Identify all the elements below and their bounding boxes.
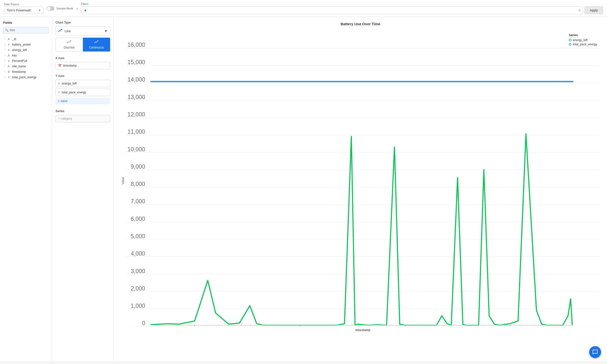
sample-mode-section: Sample Mode	[47, 6, 73, 11]
svg-text:13,000: 13,000	[127, 94, 145, 100]
search-icon: 🔍	[5, 28, 9, 32]
chevron-down-icon: ▼	[38, 9, 41, 12]
y-field-name: energy_left	[62, 82, 76, 85]
x-axis-field[interactable]: 📅 timestamp	[55, 62, 110, 69]
x-axis-value: timestamp	[63, 64, 77, 67]
top-bar: Data Source Tom's Powerwall ▼ Sample Mod…	[0, 0, 607, 17]
svg-text:12,000: 12,000	[127, 111, 145, 118]
y-axis-section: Y Axis #energy_left#total_pack_energy + …	[55, 74, 110, 104]
svg-text:5,000: 5,000	[131, 233, 145, 239]
datasource-value: Tom's Powerwall	[7, 8, 30, 12]
series-section: Series + category	[55, 109, 110, 122]
filter-funnel-icon: ▼	[84, 8, 87, 12]
field-type-icon: #	[7, 49, 11, 52]
fields-title: Fields	[3, 21, 49, 25]
field-name: energy_left	[12, 48, 27, 52]
field-type-icon: #	[7, 43, 11, 46]
chart-type-section: Chart Type Line ▼	[55, 21, 110, 52]
apply-button[interactable]: Apply	[584, 6, 603, 14]
forward-arrow-icon: »	[76, 6, 78, 10]
field-item[interactable]: ⠿ A site_name	[3, 64, 49, 69]
svg-text:3,000: 3,000	[131, 268, 145, 274]
svg-text:1,000: 1,000	[131, 303, 145, 309]
filters-section: Filters ▼ ✕ Apply	[81, 2, 603, 14]
legend-dot-blue	[569, 43, 571, 46]
svg-text:4,000: 4,000	[131, 250, 145, 257]
chat-button[interactable]	[589, 346, 601, 358]
svg-text:7,000: 7,000	[131, 198, 145, 205]
legend-item-total-pack: total_pack_energy	[569, 43, 597, 46]
chart-type-label: Chart Type	[55, 21, 110, 24]
drag-handle-icon: ⠿	[4, 60, 5, 62]
line-chart-icon	[58, 28, 63, 34]
drag-handle-icon: ⠿	[4, 38, 5, 40]
chart-legend: Series energy_left total_pack_energy	[569, 33, 597, 47]
clear-filter-icon[interactable]: ✕	[578, 8, 581, 12]
x-axis-section: X Axis 📅 timestamp	[55, 56, 110, 69]
svg-text:0: 0	[142, 320, 145, 326]
field-item[interactable]: ⠿ A key	[3, 53, 49, 58]
discrete-label: Discrete	[64, 46, 75, 49]
series-label: Series	[55, 109, 110, 113]
field-item[interactable]: ⠿ # total_pack_energy	[3, 75, 49, 80]
continuous-label: Continuous	[89, 46, 104, 49]
field-item[interactable]: ⠿ 🗓 timestamp	[3, 69, 49, 75]
drag-handle-icon: ⠿	[4, 76, 5, 78]
y-axis-fields: #energy_left#total_pack_energy	[55, 80, 110, 96]
add-value-button[interactable]: + value	[55, 98, 110, 104]
field-name: key	[12, 54, 17, 57]
field-type-icon: #	[7, 59, 11, 62]
fields-panel: Fields 🔍 ⠿ A _id ⠿ # battery_power ⠿ # e…	[0, 17, 52, 361]
field-name: PercentFull	[12, 59, 27, 63]
config-panel: Chart Type Line ▼	[52, 17, 114, 361]
data-source-section: Data Source Tom's Powerwall ▼	[4, 3, 44, 14]
field-filter-input[interactable]	[3, 27, 49, 33]
x-axis-label: X Axis	[55, 56, 110, 60]
y-axis-field[interactable]: #energy_left	[55, 80, 110, 87]
chart-svg-wrap: 0 1,000 2,000 3,000 4,000 5,000 6,000 7,…	[126, 31, 600, 326]
chart-svg: 0 1,000 2,000 3,000 4,000 5,000 6,000 7,…	[126, 31, 600, 326]
chart-container: Value 0 1,000 2,000	[121, 31, 600, 184]
svg-text:14,000: 14,000	[127, 76, 145, 83]
field-name: timestamp	[12, 70, 26, 74]
legend-title: Series	[569, 33, 597, 37]
y-axis-field[interactable]: #total_pack_energy	[55, 89, 110, 96]
continuous-button[interactable]: Continuous	[83, 38, 110, 52]
filters-input[interactable]	[81, 6, 583, 14]
filters-input-row: ▼ ✕ Apply	[81, 6, 603, 14]
drag-handle-icon: ⠿	[4, 71, 5, 73]
add-value-label: + value	[58, 99, 68, 103]
field-item[interactable]: ⠿ # energy_left	[3, 47, 49, 53]
legend-label-total-pack: total_pack_energy	[573, 43, 597, 46]
sample-mode-label: Sample Mode	[56, 7, 73, 10]
field-name: battery_power	[12, 43, 31, 46]
field-type-icon: #	[7, 76, 11, 79]
svg-text:15,000: 15,000	[127, 59, 145, 65]
discrete-continuous-toggle: Discrete Continuous	[55, 38, 110, 52]
legend-dot-green	[569, 39, 571, 41]
legend-item-energy-left: energy_left	[569, 38, 597, 42]
chart-type-select[interactable]: Line ▼	[55, 26, 110, 36]
svg-text:16,000: 16,000	[127, 42, 145, 48]
svg-text:9,000: 9,000	[131, 163, 145, 170]
field-item[interactable]: ⠿ # PercentFull	[3, 58, 49, 64]
field-item[interactable]: ⠿ # battery_power	[3, 42, 49, 47]
filters-label: Filters	[81, 2, 603, 5]
drag-handle-icon: ⠿	[4, 65, 5, 68]
series-placeholder[interactable]: + category	[55, 115, 110, 122]
field-name: _id	[12, 37, 16, 41]
hash-icon: #	[58, 91, 60, 94]
chart-type-chevron-icon: ▼	[104, 29, 107, 33]
sample-mode-toggle[interactable]	[47, 6, 54, 11]
datasource-select[interactable]: Tom's Powerwall ▼	[4, 7, 44, 14]
fields-list: ⠿ A _id ⠿ # battery_power ⠿ # energy_lef…	[3, 36, 49, 80]
field-item[interactable]: ⠿ A _id	[3, 36, 49, 42]
main-content: Fields 🔍 ⠿ A _id ⠿ # battery_power ⠿ # e…	[0, 17, 607, 361]
drag-handle-icon: ⠿	[4, 49, 5, 51]
discrete-button[interactable]: Discrete	[55, 38, 83, 52]
svg-text:2,000: 2,000	[131, 285, 145, 292]
svg-text:10,000: 10,000	[127, 146, 145, 153]
field-type-icon: A	[7, 54, 11, 57]
legend-label-energy-left: energy_left	[573, 38, 587, 42]
field-name: site_name	[12, 65, 26, 68]
